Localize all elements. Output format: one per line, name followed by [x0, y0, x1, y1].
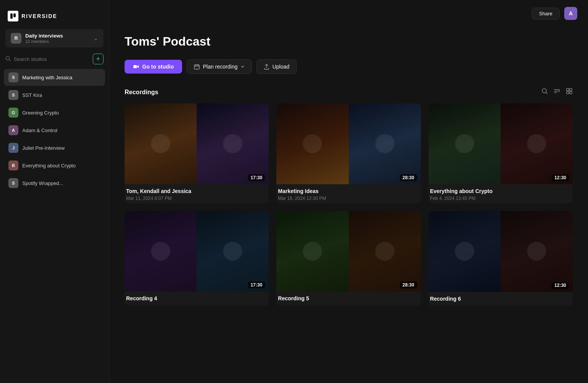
thumb-left — [125, 103, 197, 184]
sidebar-search-row: + — [0, 54, 109, 64]
thumb-right — [349, 211, 421, 292]
recordings-title: Recordings — [125, 89, 158, 96]
upload-button[interactable]: Upload — [256, 59, 297, 74]
studio-name: Spotify Wrapped... — [22, 180, 63, 186]
page-title: Toms' Podcast — [125, 34, 573, 49]
upload-label: Upload — [273, 64, 289, 70]
recording-card[interactable]: 12:30 Everything about Crypto Feb 4, 202… — [429, 103, 573, 203]
recording-card[interactable]: 28:30 Marketing Ideas Mar 16, 2024 12:30… — [276, 103, 420, 203]
svg-rect-17 — [570, 92, 572, 94]
svg-rect-14 — [567, 88, 569, 91]
workspace-members: 12 members — [25, 39, 63, 44]
action-bar: Go to studio Plan recording — [125, 59, 573, 74]
workspace-avatar: R — [11, 33, 21, 44]
recording-duration: 28:30 — [400, 282, 417, 288]
search-input[interactable] — [14, 56, 90, 62]
recording-thumbnail: 17:30 — [125, 103, 269, 184]
studio-avatar: A — [8, 125, 18, 135]
chevron-down-icon — [241, 65, 245, 69]
sidebar-item-marketing-jessica[interactable]: S Marketing with Jessica — [4, 69, 105, 86]
recording-card[interactable]: 17:30 Tom, Kendall and Jessica Mar 11, 2… — [125, 103, 269, 203]
search-recordings-icon[interactable] — [541, 88, 548, 97]
studio-avatar: G — [8, 108, 18, 118]
recording-name: Recording 5 — [278, 295, 419, 301]
studio-list: S Marketing with Jessica S SST Kira G Gr… — [0, 67, 109, 193]
studio-name: Everything about Crypto — [22, 163, 76, 169]
recording-date: Mar 16, 2024 12:30 PM — [278, 196, 419, 201]
recording-card[interactable]: 12:30 Recording 6 — [429, 211, 573, 306]
go-to-studio-button[interactable]: Go to studio — [125, 60, 182, 74]
studio-name: Marketing with Jessica — [22, 75, 72, 80]
recording-info: Tom, Kendall and Jessica Mar 11, 2024 8:… — [125, 184, 269, 203]
recordings-header: Recordings — [125, 88, 573, 97]
recording-info: Recording 6 — [429, 292, 573, 306]
sidebar-item-everything-crypto[interactable]: B Everything about Crypto — [4, 157, 105, 174]
studio-name: SST Kira — [22, 92, 42, 98]
thumb-left — [429, 211, 501, 292]
search-icon — [5, 56, 11, 62]
recordings-tools — [541, 88, 573, 97]
chevron-down-icon: ⌄ — [94, 35, 98, 41]
workspace-selector[interactable]: R Daily interviews 12 members ⌄ — [5, 29, 103, 47]
svg-rect-0 — [10, 13, 13, 19]
recording-name: Everything about Crypto — [430, 188, 571, 194]
studio-name: Adam & Control — [22, 128, 57, 133]
calendar-icon — [194, 64, 200, 70]
thumb-right — [501, 103, 573, 184]
thumb-left — [125, 211, 197, 292]
logo: RIVERSIDE — [0, 0, 109, 29]
recordings-grid: 17:30 Tom, Kendall and Jessica Mar 11, 2… — [125, 103, 573, 306]
add-studio-button[interactable]: + — [93, 54, 103, 64]
recording-card[interactable]: 28:30 Recording 5 — [276, 211, 420, 306]
sidebar-item-greening-crypto[interactable]: G Greening Crypto — [4, 104, 105, 121]
svg-rect-16 — [567, 92, 569, 94]
sort-icon[interactable] — [554, 88, 560, 97]
topbar: Share A — [109, 0, 588, 27]
studio-avatar: J — [8, 143, 18, 153]
recording-name: Tom, Kendall and Jessica — [126, 188, 267, 194]
recording-thumbnail: 28:30 — [276, 103, 420, 184]
logo-icon — [8, 11, 18, 21]
thumb-right — [349, 103, 421, 184]
sidebar-item-spotify-wrapped[interactable]: S Spotify Wrapped... — [4, 175, 105, 192]
recording-duration: 17:30 — [248, 174, 265, 181]
svg-rect-5 — [194, 65, 199, 69]
sidebar: RIVERSIDE R Daily interviews 12 members … — [0, 0, 109, 383]
main-content: Share A Toms' Podcast Go to studio — [109, 0, 588, 383]
user-avatar[interactable]: A — [564, 7, 577, 20]
svg-line-3 — [9, 59, 11, 61]
sidebar-item-juliet-pre-interview[interactable]: J Juliet Pre-Interview — [4, 139, 105, 156]
recording-info: Recording 5 — [276, 291, 420, 305]
upload-icon — [264, 64, 269, 70]
logo-text: RIVERSIDE — [21, 13, 57, 19]
recording-thumbnail: 28:30 — [276, 211, 420, 292]
recording-duration: 28:30 — [400, 174, 417, 181]
go-to-studio-label: Go to studio — [142, 64, 174, 70]
recording-name: Recording 4 — [126, 295, 267, 301]
recording-duration: 12:30 — [552, 174, 569, 181]
recording-date: Feb 4, 2024 13:45 PM — [430, 196, 571, 201]
studio-avatar: S — [8, 178, 18, 188]
plan-recording-button[interactable]: Plan recording — [187, 59, 251, 74]
recording-thumbnail: 12:30 — [429, 211, 573, 292]
recording-info: Marketing Ideas Mar 16, 2024 12:30 PM — [276, 184, 420, 203]
recording-thumbnail: 17:30 — [125, 211, 269, 292]
studio-name: Juliet Pre-Interview — [22, 145, 65, 151]
share-button[interactable]: Share — [532, 8, 560, 20]
grid-view-icon[interactable] — [566, 88, 573, 97]
studio-avatar: B — [8, 160, 18, 170]
recording-info: Everything about Crypto Feb 4, 2024 13:4… — [429, 184, 573, 203]
recording-card[interactable]: 17:30 Recording 4 — [125, 211, 269, 306]
recording-name: Marketing Ideas — [278, 188, 419, 194]
sidebar-item-sst-kira[interactable]: S SST Kira — [4, 87, 105, 103]
workspace-left: R Daily interviews 12 members — [11, 33, 63, 44]
recording-thumbnail: 12:30 — [429, 103, 573, 184]
thumb-left — [276, 103, 348, 184]
thumb-right — [197, 103, 269, 184]
recording-duration: 12:30 — [552, 282, 569, 289]
sidebar-item-adam-control[interactable]: A Adam & Control — [4, 122, 105, 139]
studio-avatar: S — [8, 90, 18, 100]
plan-recording-label: Plan recording — [203, 64, 237, 70]
svg-rect-1 — [13, 13, 16, 17]
content-area: Toms' Podcast Go to studio — [109, 27, 588, 383]
